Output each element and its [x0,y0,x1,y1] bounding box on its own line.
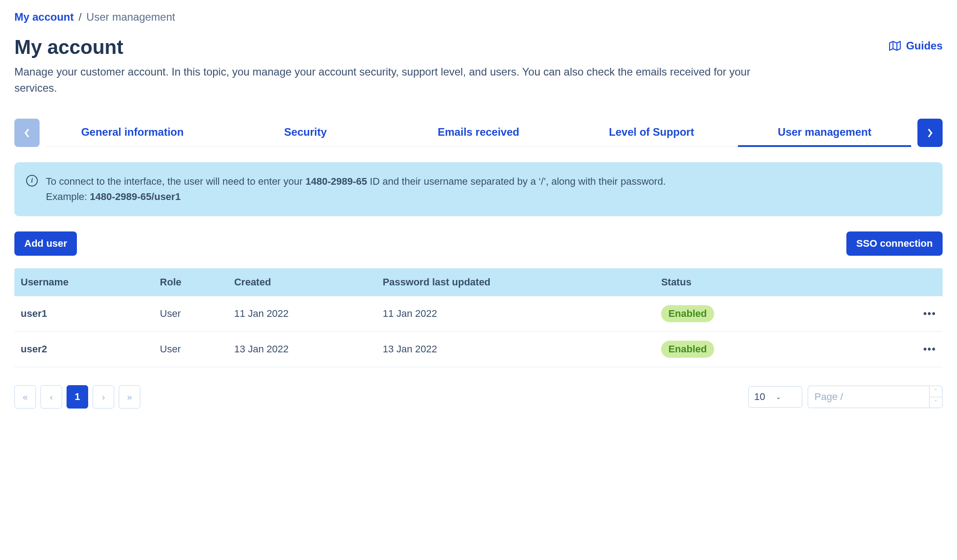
chevron-left-icon [24,128,30,138]
pager-prev-button[interactable]: ‹ [40,385,62,409]
tabs-scroll-right-button[interactable] [917,119,943,147]
info-example-label: Example: [46,191,90,202]
chevron-right-icon [927,128,933,138]
map-icon [889,41,901,51]
stepper-down-button[interactable]: ˅ [930,397,942,408]
table-row: user1 User 11 Jan 2022 11 Jan 2022 Enabl… [14,296,943,332]
cell-role: User [154,332,228,367]
page-input-label: Page / [814,391,929,403]
info-example-value: 1480-2989-65/user1 [90,191,181,202]
status-badge: Enabled [661,305,714,322]
chevron-right-icon: › [102,392,105,402]
table-row: user2 User 13 Jan 2022 13 Jan 2022 Enabl… [14,332,943,367]
cell-status: Enabled [655,332,841,367]
cell-password-last-updated: 11 Jan 2022 [376,296,655,332]
caret-down-icon: ˅ [935,400,937,405]
page-stepper: ˄ ˅ [929,386,942,408]
double-chevron-right-icon: » [127,392,132,402]
info-text-middle: ID and their username separated by a ‘/’… [367,176,666,187]
caret-down-icon: ⌄ [776,393,781,400]
pager-next-button[interactable]: › [93,385,114,409]
info-account-id: 1480-2989-65 [305,176,367,187]
page-number-input[interactable]: Page / ˄ ˅ [808,386,943,408]
tabs: General information Security Emails rece… [46,119,911,147]
cell-username: user1 [14,296,154,332]
col-actions [841,268,943,296]
cell-created: 13 Jan 2022 [228,332,376,367]
breadcrumb: My account / User management [14,11,943,23]
caret-up-icon: ˄ [935,388,937,394]
guides-link[interactable]: Guides [889,40,943,52]
info-text-prefix: To connect to the interface, the user wi… [46,176,305,187]
breadcrumb-current: User management [86,11,175,23]
pager: « ‹ 1 › » [14,385,140,409]
page-title: My account [14,36,123,58]
page-description: Manage your customer account. In this to… [14,64,779,96]
col-created: Created [228,268,376,296]
col-status: Status [655,268,841,296]
pager-page-1-button[interactable]: 1 [67,385,88,409]
pager-first-button[interactable]: « [14,385,36,409]
row-actions-button[interactable]: ••• [841,332,943,367]
row-actions-button[interactable]: ••• [841,296,943,332]
double-chevron-left-icon: « [22,392,27,402]
cell-password-last-updated: 13 Jan 2022 [376,332,655,367]
page-size-value: 10 [754,391,765,403]
users-table: Username Role Created Password last upda… [14,268,943,367]
cell-username: user2 [14,332,154,367]
guides-label: Guides [906,40,943,52]
col-username: Username [14,268,154,296]
col-password-last-updated: Password last updated [376,268,655,296]
info-banner: i To connect to the interface, the user … [14,162,943,216]
sso-connection-button[interactable]: SSO connection [846,231,943,256]
tab-user-management[interactable]: User management [738,119,911,147]
ellipsis-icon: ••• [923,343,936,355]
stepper-up-button[interactable]: ˄ [930,386,942,397]
tab-security[interactable]: Security [219,119,392,147]
breadcrumb-separator: / [79,11,82,23]
cell-status: Enabled [655,296,841,332]
tab-level-of-support[interactable]: Level of Support [565,119,738,147]
cell-created: 11 Jan 2022 [228,296,376,332]
cell-role: User [154,296,228,332]
ellipsis-icon: ••• [923,308,936,319]
info-icon: i [26,175,38,187]
col-role: Role [154,268,228,296]
tab-emails-received[interactable]: Emails received [392,119,565,147]
breadcrumb-root-link[interactable]: My account [14,11,74,23]
status-badge: Enabled [661,341,714,358]
pager-last-button[interactable]: » [119,385,140,409]
add-user-button[interactable]: Add user [14,231,77,256]
tabs-scroll-left-button[interactable] [14,119,40,147]
tab-general-information[interactable]: General information [46,119,219,147]
page-size-select[interactable]: 10 ⌄ [748,386,802,408]
chevron-left-icon: ‹ [50,392,53,402]
